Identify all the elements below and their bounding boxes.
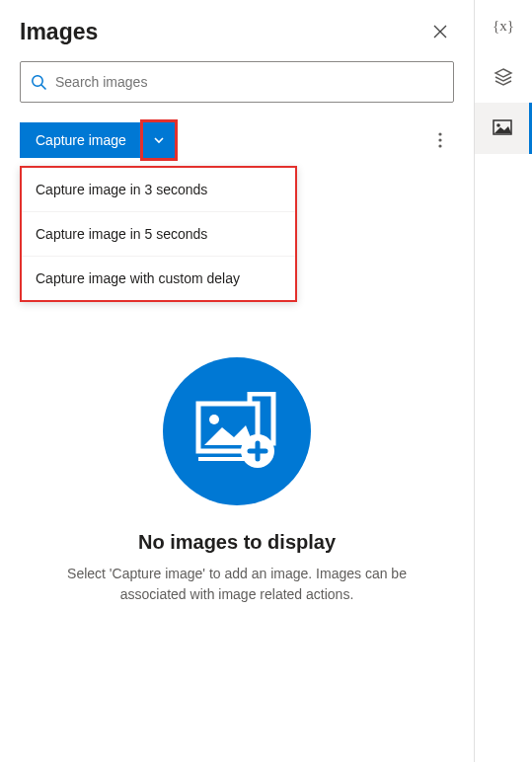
search-icon (31, 74, 47, 91)
image-add-icon (192, 392, 281, 471)
rail-layers-button[interactable] (475, 51, 532, 103)
dropdown-item-custom[interactable]: Capture image with custom delay (22, 257, 295, 300)
close-button[interactable] (426, 18, 454, 45)
svg-point-4 (438, 144, 441, 147)
panel-header: Images (20, 18, 454, 45)
svg-point-2 (438, 132, 441, 135)
rail-images-button[interactable] (475, 103, 532, 154)
dropdown-item-5s[interactable]: Capture image in 5 seconds (22, 212, 295, 257)
layers-icon (494, 67, 513, 87)
chevron-down-icon (153, 134, 165, 146)
more-options-button[interactable] (426, 126, 454, 154)
image-icon (493, 119, 512, 137)
empty-state-illustration (163, 357, 311, 505)
toolbar: Capture image Capture image in 3 seconds… (20, 122, 454, 158)
svg-text:{x}: {x} (493, 18, 514, 34)
svg-point-7 (209, 415, 219, 424)
svg-point-0 (33, 75, 42, 85)
dropdown-item-3s[interactable]: Capture image in 3 seconds (22, 168, 295, 212)
empty-state-title: No images to display (138, 531, 336, 554)
capture-dropdown-toggle[interactable] (143, 122, 175, 158)
close-icon (433, 25, 447, 38)
capture-split-button: Capture image (20, 122, 175, 158)
images-panel: Images Capture image Capture image in 3 … (0, 0, 475, 762)
variables-icon: {x} (493, 15, 514, 37)
capture-image-button[interactable]: Capture image (20, 122, 142, 158)
search-input[interactable] (55, 62, 443, 102)
svg-line-1 (41, 85, 46, 90)
capture-dropdown-menu: Capture image in 3 seconds Capture image… (20, 166, 297, 302)
page-title: Images (20, 19, 98, 45)
rail-variables-button[interactable]: {x} (475, 0, 532, 51)
svg-point-12 (496, 123, 500, 127)
search-box[interactable] (20, 61, 454, 103)
more-vertical-icon (438, 132, 442, 148)
svg-point-3 (438, 138, 441, 141)
side-rail: {x} (475, 0, 532, 762)
empty-state-description: Select 'Capture image' to add an image. … (49, 564, 424, 605)
